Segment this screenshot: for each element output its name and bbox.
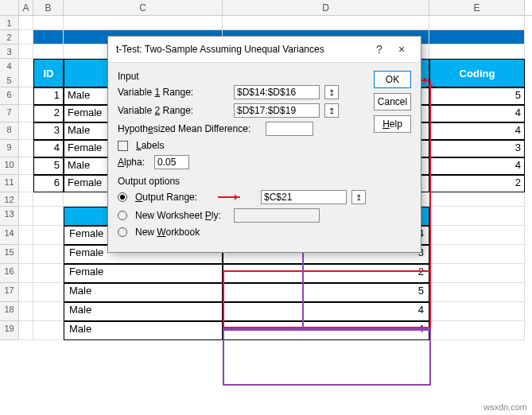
column-headers: A B C D E	[0, 0, 532, 16]
input-section-label: Input	[118, 71, 366, 82]
var2-label: Variable 2 Range:	[118, 105, 229, 116]
labels-checkbox[interactable]	[118, 141, 128, 151]
col-header-a[interactable]: A	[19, 0, 33, 15]
row-header[interactable]: 6	[0, 87, 19, 105]
range-picker-icon[interactable]: ↥	[324, 85, 339, 99]
row-header[interactable]: 9	[0, 140, 19, 157]
row-header[interactable]: 13	[0, 207, 19, 226]
cell-id[interactable]: 3	[33, 122, 64, 140]
var1-range-input[interactable]	[234, 85, 320, 99]
hyp-mean-label: Hypothesized Mean Difference:	[118, 123, 261, 134]
highlight-d14-d16	[223, 270, 431, 328]
cell-id[interactable]: 2	[33, 105, 64, 122]
row-header[interactable]: 8	[0, 122, 19, 140]
new-worksheet-input	[234, 208, 320, 223]
row-header[interactable]: 10	[0, 157, 19, 175]
cell-id[interactable]: 6	[33, 175, 64, 192]
cancel-button[interactable]: Cancel	[374, 93, 411, 111]
output-section-label: Output options	[118, 176, 366, 187]
labels-label: Labels	[136, 140, 247, 151]
corner-cell	[0, 0, 19, 15]
help-icon[interactable]: ?	[368, 43, 390, 56]
row-header[interactable]: 17	[0, 283, 19, 302]
col-header-d[interactable]: D	[223, 0, 429, 15]
row-header[interactable]: 2	[0, 30, 19, 45]
col-header-b[interactable]: B	[33, 0, 64, 15]
cell-coding[interactable]: 3	[429, 140, 525, 157]
table-header-coding: Coding	[429, 59, 525, 87]
arrow-purple-h	[224, 329, 431, 331]
cell-gender[interactable]: Male	[64, 283, 223, 302]
watermark: wsxdn.com	[483, 402, 527, 412]
table-header-id: ID	[33, 59, 64, 87]
alpha-input[interactable]	[154, 155, 189, 169]
cell-gender[interactable]: Female	[64, 264, 223, 283]
row-header[interactable]: 3	[0, 45, 19, 59]
new-worksheet-radio[interactable]	[118, 211, 127, 220]
row-header[interactable]: 7	[0, 105, 19, 122]
range-picker-icon[interactable]: ↥	[351, 190, 366, 204]
alpha-label: Alpha:	[118, 157, 150, 168]
output-range-radio[interactable]	[118, 192, 127, 202]
row-header[interactable]: 1	[0, 16, 19, 30]
arrow-red-var1	[429, 81, 431, 272]
cell-id[interactable]: 1	[33, 87, 64, 105]
col-header-c[interactable]: C	[64, 0, 223, 15]
close-icon[interactable]: ×	[390, 43, 413, 56]
var2-range-input[interactable]	[234, 103, 320, 118]
cell-coding[interactable]: 4	[429, 105, 525, 122]
highlight-d17-d19	[223, 328, 431, 386]
new-workbook-radio[interactable]	[118, 227, 127, 237]
hyp-mean-input[interactable]	[266, 122, 313, 136]
help-button[interactable]: Help	[374, 115, 411, 133]
var1-label: Variable 1 Range:	[118, 87, 229, 98]
cell-gender[interactable]: Male	[64, 321, 223, 340]
new-workbook-label: New Workbook	[135, 227, 247, 238]
arrow-icon	[218, 196, 240, 198]
dialog-titlebar[interactable]: t-Test: Two-Sample Assuming Unequal Vari…	[108, 37, 421, 63]
cell-id[interactable]: 4	[33, 140, 64, 157]
row-header[interactable]: 45	[0, 59, 19, 87]
output-range-input[interactable]	[261, 190, 347, 204]
row-header[interactable]: 12	[0, 192, 19, 207]
output-range-label: Output Range:	[135, 192, 229, 203]
ttest-dialog: t-Test: Two-Sample Assuming Unequal Vari…	[107, 36, 421, 253]
cell-gender[interactable]: Male	[64, 302, 223, 321]
cell-coding[interactable]: 4	[429, 157, 525, 175]
cell-coding[interactable]: 2	[429, 175, 525, 192]
row-header[interactable]: 15	[0, 245, 19, 264]
ok-button[interactable]: OK	[374, 71, 411, 88]
row-header[interactable]: 19	[0, 321, 19, 340]
cell-coding[interactable]: 4	[429, 122, 525, 140]
cell-id[interactable]: 5	[33, 157, 64, 175]
new-worksheet-label: New Worksheet Ply:	[135, 210, 229, 221]
row-header[interactable]: 11	[0, 175, 19, 192]
row-header[interactable]: 18	[0, 302, 19, 321]
range-picker-icon[interactable]: ↥	[324, 103, 339, 118]
cell-coding[interactable]: 5	[429, 87, 525, 105]
dialog-title: t-Test: Two-Sample Assuming Unequal Vari…	[116, 44, 368, 55]
row-header[interactable]: 16	[0, 264, 19, 283]
row-header[interactable]: 14	[0, 226, 19, 245]
col-header-e[interactable]: E	[429, 0, 525, 15]
